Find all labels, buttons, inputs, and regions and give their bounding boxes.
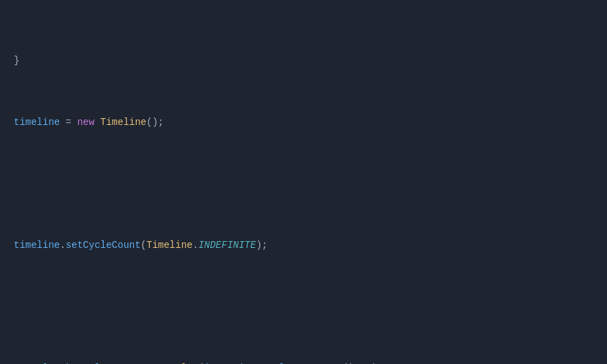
code-line-1: } [14,53,593,68]
code-line-3 [14,176,593,191]
code-line-5 [14,299,593,314]
code-line-2: timeline = new Timeline(); [14,115,593,130]
code-line-4: timeline.setCycleCount(Timeline.INDEFINI… [14,238,593,253]
code-line-6: KeyValue keyValue = new KeyValue(imagevi… [14,361,593,364]
code-editor: } timeline = new Timeline(); timeline.se… [0,0,607,364]
